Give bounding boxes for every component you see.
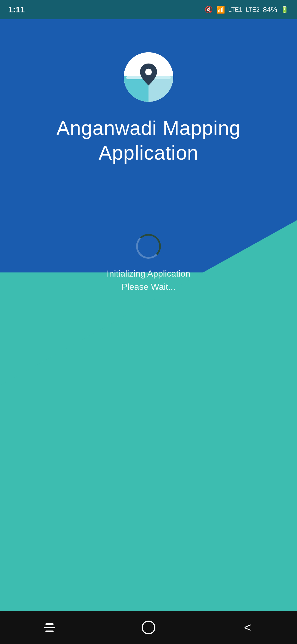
spinner-container	[136, 234, 161, 259]
app-title-line1: Anganwadi Mapping	[56, 117, 240, 139]
app-icon-container	[124, 52, 173, 102]
wifi-icon: 📶	[216, 6, 225, 14]
recent-line-3	[45, 631, 54, 632]
back-button[interactable]: <	[237, 616, 258, 638]
svg-point-0	[145, 69, 152, 75]
status-icons: 🔇 📶 LTE1 LTE2 84% 🔋	[205, 6, 289, 14]
loading-text: Initializing Application Please Wait...	[107, 267, 190, 293]
recent-apps-icon	[44, 623, 55, 632]
battery-icon: 🔋	[280, 6, 289, 13]
home-icon	[142, 621, 155, 634]
loading-spinner	[136, 234, 161, 259]
recent-line-2	[44, 627, 55, 628]
loading-message-line1: Initializing Application	[107, 269, 190, 279]
nav-bar: <	[0, 611, 297, 644]
app-icon-inner	[124, 52, 173, 102]
lte2-text: LTE2	[246, 6, 260, 13]
main-content: Anganwadi Mapping Application	[0, 19, 297, 611]
home-button[interactable]	[138, 616, 160, 638]
battery-text: 84%	[263, 6, 277, 14]
loading-section: Initializing Application Please Wait...	[0, 234, 297, 293]
mute-icon: 🔇	[205, 6, 213, 13]
app-title-line2: Application	[98, 142, 198, 164]
back-icon: <	[244, 621, 251, 634]
signal-text: LTE1	[228, 6, 242, 13]
loading-message-line2: Please Wait...	[122, 282, 175, 292]
recent-apps-button[interactable]	[38, 616, 61, 638]
map-pin-icon	[139, 64, 158, 88]
app-title: Anganwadi Mapping Application	[56, 116, 240, 165]
recent-line-1	[45, 623, 54, 625]
status-time: 1:11	[8, 5, 25, 14]
status-bar: 1:11 🔇 📶 LTE1 LTE2 84% 🔋	[0, 0, 297, 19]
